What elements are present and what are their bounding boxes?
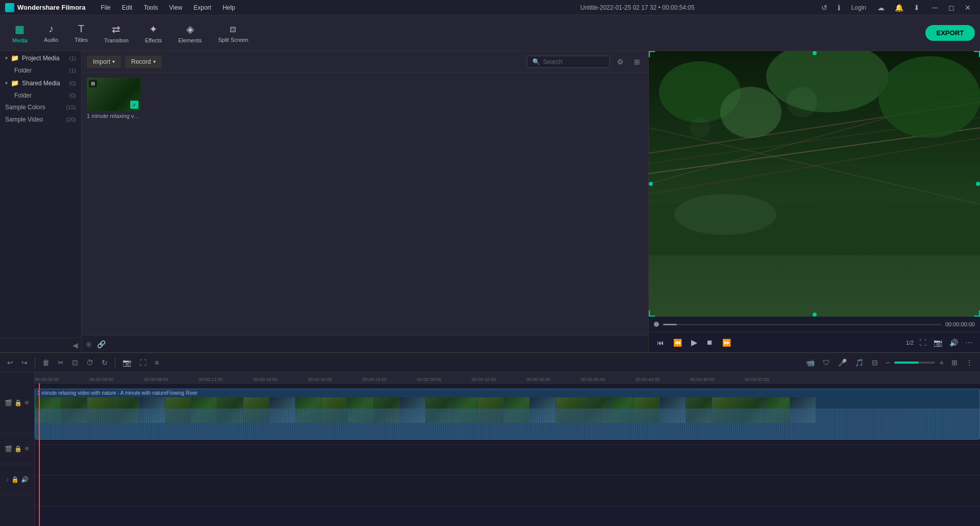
tool-transition[interactable]: ⇄ Transition xyxy=(97,20,136,46)
timeline-cut-icon[interactable]: ✂ xyxy=(55,357,67,368)
project-media-header[interactable]: ▾ 📁 Project Media (1) xyxy=(0,51,81,65)
timeline-subtitle-icon[interactable]: ⊟ xyxy=(869,357,881,368)
shared-media-folder[interactable]: Folder (0) xyxy=(0,90,81,101)
svg-point-12 xyxy=(674,194,776,235)
filter-icon[interactable]: ⚙ xyxy=(614,56,627,67)
record-button[interactable]: Record ▾ xyxy=(125,56,162,68)
video-track-toggle[interactable]: 🎬 xyxy=(5,399,12,407)
window-title: Untitle-2022-01-25 02 17 32 • 00:00:54:0… xyxy=(457,4,818,11)
frame-forward-button[interactable]: ⏩ xyxy=(719,337,734,349)
timeline-redo-icon[interactable]: ↪ xyxy=(18,357,31,368)
export-button[interactable]: EXPORT xyxy=(925,25,975,41)
skip-to-start-button[interactable]: ⏮ xyxy=(654,337,667,349)
music-track-toggle[interactable]: ♪ xyxy=(6,476,9,483)
timeline-loop-icon[interactable]: ↻ xyxy=(99,357,111,368)
minimize-button[interactable]: ─ xyxy=(928,1,942,15)
playhead[interactable] xyxy=(39,384,40,526)
menu-view[interactable]: View xyxy=(164,2,187,13)
preview-handle-left[interactable] xyxy=(649,182,653,186)
preview-time: 00:00:00:00 xyxy=(945,321,975,327)
timeline-undo-icon[interactable]: ↩ xyxy=(4,357,16,368)
tool-media[interactable]: ▦ Media xyxy=(5,20,35,46)
project-folder-count: (1) xyxy=(69,67,76,74)
titles-label: Titles xyxy=(75,37,88,43)
audio-track-toggle[interactable]: 🎬 xyxy=(5,445,12,452)
timeline-settings-icon[interactable]: ≡ xyxy=(152,357,162,368)
frame-back-button[interactable]: ⏪ xyxy=(670,337,685,349)
icon-download[interactable]: ⬇ xyxy=(911,3,923,13)
video-clip[interactable]: 1 minute relaxing video with nature - A … xyxy=(35,389,980,440)
preview-handle-right[interactable] xyxy=(976,182,980,186)
scrubber-track[interactable] xyxy=(663,324,941,325)
music-track-lock[interactable]: 🔒 xyxy=(11,476,19,483)
project-folder-label: Folder xyxy=(14,67,69,74)
timeline-crop-icon[interactable]: ⊡ xyxy=(69,357,81,368)
music-track-volume[interactable]: 🔊 xyxy=(21,476,29,483)
scrubber-dot[interactable] xyxy=(654,322,659,327)
timeline-audio-icon[interactable]: 🎵 xyxy=(852,357,867,368)
tool-titles[interactable]: T Titles xyxy=(67,20,95,46)
list-item[interactable]: ⊞ ✓ 1 minute relaxing video ... xyxy=(87,78,140,119)
media-item-label: 1 minute relaxing video ... xyxy=(87,113,140,119)
full-screen-icon[interactable]: ⛶ xyxy=(917,337,929,348)
video-track-eye[interactable]: 👁 xyxy=(24,399,30,407)
audio-track-lock[interactable]: 🔒 xyxy=(14,445,22,452)
sample-colors-item[interactable]: Sample Colors (15) xyxy=(0,101,81,113)
timeline-delete-icon[interactable]: 🗑 xyxy=(39,357,53,368)
stop-button[interactable]: ⏹ xyxy=(703,337,716,348)
timeline-speed-icon[interactable]: ⏱ xyxy=(83,357,96,368)
icon-info[interactable]: ℹ xyxy=(835,3,843,13)
ruler-mark: 00:00:12:00 xyxy=(199,377,253,382)
split-screen-label: Split Screen xyxy=(218,37,248,43)
thumbnail-check: ✓ xyxy=(130,101,138,109)
timeline-separator xyxy=(35,357,35,368)
timeline-fit-icon[interactable]: ⊞ xyxy=(948,357,961,368)
timeline-shield-icon[interactable]: 🛡 xyxy=(820,357,833,368)
more-options-icon[interactable]: ⋯ xyxy=(963,337,975,348)
menu-help[interactable]: Help xyxy=(217,2,240,13)
icon-notification[interactable]: 🔔 xyxy=(892,3,906,13)
video-track-lock[interactable]: 🔒 xyxy=(14,399,22,407)
shared-media-arrow: ▾ xyxy=(5,80,8,86)
import-button[interactable]: Import ▾ xyxy=(87,56,121,68)
icon-refresh[interactable]: ↺ xyxy=(818,3,830,13)
icon-cloud[interactable]: ☁ xyxy=(874,3,888,13)
restore-button[interactable]: ◻ xyxy=(944,1,959,15)
ruler-marks: 00:00:00:00 00:00:04:00 00:00:08:00 00:0… xyxy=(35,372,980,383)
menu-file[interactable]: File xyxy=(95,2,115,13)
timeline-camera-icon[interactable]: 📹 xyxy=(803,357,818,368)
volume-icon[interactable]: 🔊 xyxy=(947,337,961,348)
ruler-mark: 00:00:20:00 xyxy=(308,377,362,382)
menu-edit[interactable]: Edit xyxy=(117,2,138,13)
menu-export[interactable]: Export xyxy=(188,2,216,13)
timeline-fullscreen-icon[interactable]: ⛶ xyxy=(136,357,150,368)
preview-handle-bottom[interactable] xyxy=(813,313,817,317)
logo-icon xyxy=(5,3,14,12)
shared-media-label: Shared Media xyxy=(22,80,66,87)
close-button[interactable]: ✕ xyxy=(961,1,975,15)
link-icon[interactable]: 🔗 xyxy=(97,340,106,348)
zoom-track[interactable] xyxy=(894,362,935,364)
search-input[interactable] xyxy=(543,58,604,65)
login-button[interactable]: Login xyxy=(847,3,870,12)
timeline-mic-icon[interactable]: 🎤 xyxy=(835,357,850,368)
project-media-folder[interactable]: Folder (1) xyxy=(0,65,81,76)
panel-collapse-icon[interactable]: ◀ xyxy=(72,341,78,349)
timeline-extra-icon[interactable]: ⋮ xyxy=(963,357,976,368)
sample-video-item[interactable]: Sample Video (20) xyxy=(0,113,81,126)
preview-handle-top[interactable] xyxy=(813,51,817,55)
tool-split-screen[interactable]: ⧈ Split Screen xyxy=(211,20,255,46)
tool-audio[interactable]: ♪ Audio xyxy=(37,20,65,46)
menu-tools[interactable]: Tools xyxy=(138,2,163,13)
grid-view-icon[interactable]: ⊞ xyxy=(631,56,643,67)
camera-icon[interactable]: 📷 xyxy=(931,337,945,348)
tool-elements[interactable]: ◈ Elements xyxy=(171,20,209,46)
zoom-out-button[interactable]: − xyxy=(883,357,892,368)
zoom-in-button[interactable]: + xyxy=(937,357,946,368)
tool-effects[interactable]: ✦ Effects xyxy=(138,20,169,46)
shared-media-header[interactable]: ▾ 📁 Shared Media (0) xyxy=(0,76,81,90)
audio-track-eye[interactable]: 👁 xyxy=(24,445,30,452)
timeline-snapshot-icon[interactable]: 📷 xyxy=(119,357,134,368)
add-to-timeline-icon[interactable]: ⊕ xyxy=(86,340,92,348)
play-button[interactable]: ▶ xyxy=(688,336,700,349)
